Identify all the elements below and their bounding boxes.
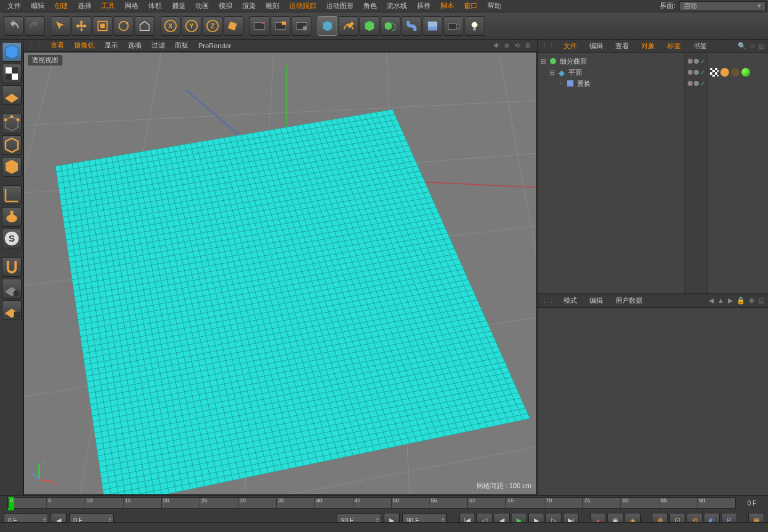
vp-menu-filter[interactable]: 过滤	[146, 40, 170, 51]
om-tab-view[interactable]: 查看	[609, 40, 635, 52]
tags-row[interactable]	[710, 78, 766, 89]
scale-button[interactable]	[93, 16, 112, 36]
vp-nav-rotate-icon[interactable]: ⟲	[513, 41, 521, 50]
menu-plugins[interactable]: 插件	[412, 0, 436, 12]
grip-icon[interactable]: ⋮⋮	[541, 42, 555, 50]
object-name[interactable]: 细分曲面	[560, 57, 682, 66]
menu-character[interactable]: 角色	[358, 0, 382, 12]
menu-simulate[interactable]: 模拟	[214, 0, 237, 12]
object-name[interactable]: 置换	[577, 79, 682, 88]
visibility-row[interactable]: ✓	[686, 56, 706, 67]
home-icon[interactable]: ⌂	[750, 42, 754, 50]
lock-icon[interactable]: 🔒	[736, 297, 745, 305]
vp-menu-options[interactable]: 选项	[123, 40, 146, 51]
popup-icon[interactable]: ◱	[758, 297, 764, 305]
menu-motion-tracking[interactable]: 运动跟踪	[284, 0, 321, 12]
menu-mesh[interactable]: 网格	[120, 0, 143, 12]
menu-window[interactable]: 窗口	[459, 0, 483, 12]
checker-tag-icon[interactable]	[710, 68, 719, 77]
new-icon[interactable]: ⊕	[749, 297, 754, 305]
vp-menu-panel[interactable]: 面板	[170, 40, 193, 51]
menu-mograph[interactable]: 运动图形	[321, 0, 358, 12]
redo-button[interactable]	[25, 16, 44, 36]
vp-menu-camera[interactable]: 摄像机	[69, 40, 99, 51]
move-button[interactable]	[72, 16, 91, 36]
expand-icon[interactable]: ⊟	[540, 57, 546, 65]
vp-nav-toggle-icon[interactable]: ⊞	[523, 41, 532, 50]
menu-sculpt[interactable]: 雕刻	[261, 0, 284, 12]
search-icon[interactable]: 🔍	[738, 42, 746, 50]
add-cube-button[interactable]	[318, 16, 337, 36]
viewport-3d[interactable]: 透视视图 网格间距 : 100 cm Y X Z	[23, 52, 537, 495]
vp-menu-prorender[interactable]: ProRender	[193, 41, 236, 51]
polygon-mode-button[interactable]	[2, 157, 22, 177]
undo-button[interactable]	[4, 16, 23, 36]
x-axis-button[interactable]: X	[161, 16, 180, 36]
expand-icon[interactable]: ⊟	[549, 69, 555, 77]
menu-edit[interactable]: 编辑	[26, 0, 49, 12]
up-icon[interactable]: ▲	[717, 297, 724, 305]
orange-tag-icon[interactable]	[720, 68, 729, 77]
om-tab-file[interactable]: 文件	[557, 40, 583, 52]
object-name[interactable]: 平面	[568, 68, 682, 77]
dark-tag-icon[interactable]	[731, 68, 740, 77]
om-tab-bookmarks[interactable]: 书签	[687, 40, 713, 52]
menu-select[interactable]: 选择	[73, 0, 96, 12]
menu-render[interactable]: 渲染	[237, 0, 261, 12]
grip-icon[interactable]: ⋮⋮	[4, 524, 16, 531]
attr-tab-mode[interactable]: 模式	[557, 295, 583, 306]
edge-mode-button[interactable]	[2, 135, 22, 155]
y-axis-button[interactable]: Y	[182, 16, 201, 36]
forward-icon[interactable]: ▶	[728, 297, 733, 305]
om-tab-edit[interactable]: 编辑	[583, 40, 609, 52]
tweak-mode-button[interactable]	[2, 207, 22, 227]
add-generator-button[interactable]	[360, 16, 379, 36]
vp-nav-zoom-icon[interactable]: ⊕	[502, 41, 511, 50]
menu-snap[interactable]: 捕捉	[167, 0, 190, 12]
point-mode-button[interactable]	[2, 114, 22, 133]
menu-create[interactable]: 创建	[49, 0, 73, 12]
add-camera-button[interactable]	[444, 16, 463, 36]
object-row-displace[interactable]: └ 置换	[540, 78, 682, 89]
menu-file[interactable]: 文件	[2, 0, 26, 12]
menu-volume[interactable]: 体积	[143, 0, 167, 12]
popup-icon[interactable]: ◱	[758, 42, 764, 50]
soft-select-button[interactable]: S	[2, 229, 22, 248]
model-mode-button[interactable]	[2, 42, 22, 62]
add-environment-button[interactable]	[423, 16, 442, 36]
grip-icon[interactable]: ⋮⋮	[28, 41, 42, 49]
vp-nav-move-icon[interactable]: ✥	[492, 41, 500, 50]
vp-menu-display[interactable]: 显示	[99, 40, 123, 51]
timeline-ruler[interactable]: 051015202530354045505560657075808590 0 F	[0, 496, 768, 510]
visibility-row[interactable]: ✓	[686, 67, 706, 78]
attr-tab-edit[interactable]: 编辑	[583, 295, 609, 306]
render-region-button[interactable]	[271, 16, 290, 36]
attr-tab-userdata[interactable]: 用户数据	[609, 295, 649, 306]
add-generator2-button[interactable]	[381, 16, 400, 36]
add-deformer-button[interactable]	[402, 16, 421, 36]
menu-tools[interactable]: 工具	[96, 0, 120, 12]
menu-script[interactable]: 脚本	[436, 0, 459, 12]
snap-button[interactable]	[2, 257, 22, 277]
add-spline-button[interactable]	[339, 16, 358, 36]
locked-workplane-button[interactable]	[2, 300, 22, 320]
z-axis-button[interactable]: Z	[203, 16, 222, 36]
axis-mode-button[interactable]	[2, 185, 22, 205]
object-row-plane[interactable]: ⊟ 平面	[540, 67, 682, 78]
grip-icon[interactable]: ⋮⋮	[541, 297, 555, 305]
tags-row[interactable]	[710, 56, 766, 67]
layout-select[interactable]: 启动	[679, 1, 766, 11]
object-row-subdiv[interactable]: ⊟ 细分曲面	[540, 56, 682, 67]
menu-animate[interactable]: 动画	[190, 0, 214, 12]
attribute-manager-body[interactable]	[538, 308, 768, 495]
live-select-button[interactable]	[51, 16, 70, 36]
render-view-button[interactable]	[250, 16, 269, 36]
menu-help[interactable]: 帮助	[483, 0, 506, 12]
texture-mode-button[interactable]	[2, 64, 22, 83]
add-light-button[interactable]	[465, 16, 484, 36]
green-tag-icon[interactable]	[741, 68, 750, 77]
om-tab-objects[interactable]: 对象	[635, 40, 661, 52]
rotate-button[interactable]	[114, 16, 133, 36]
object-tree[interactable]: ⊟ 细分曲面 ⊟ 平面 └ 置换	[538, 53, 685, 293]
render-settings-button[interactable]	[292, 16, 311, 36]
